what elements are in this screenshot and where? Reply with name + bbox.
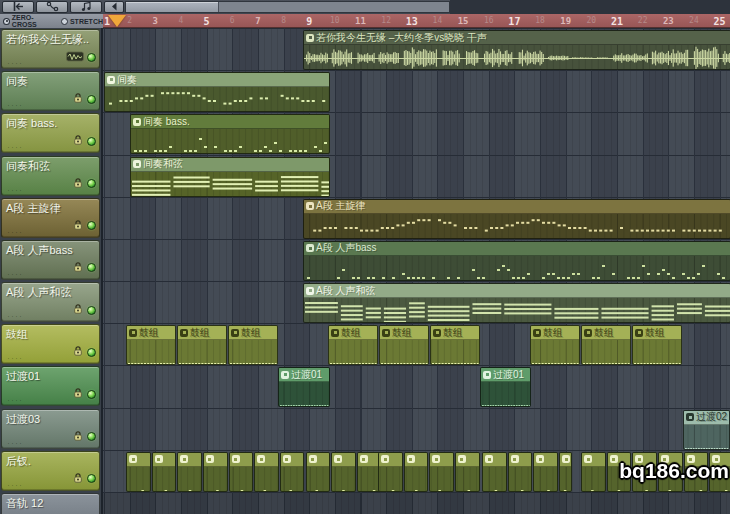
track-header-11[interactable]: 后钗.···· [1,451,100,491]
pattern-clip[interactable]: 鼓组 [430,325,480,365]
track-header-1[interactable]: 若你我今生无缘..···· [1,29,100,69]
track-header-7[interactable]: A段 人声和弦···· [1,282,100,322]
pattern-clip[interactable] [126,452,151,492]
pattern-clip[interactable]: A段 主旋律 [303,199,730,239]
pattern-clip[interactable]: 过渡02 [683,410,730,450]
pattern-clip[interactable] [280,452,305,492]
pattern-clip[interactable] [404,452,429,492]
pattern-clip[interactable]: 鼓组 [328,325,378,365]
track-led[interactable] [87,221,96,230]
lock-icon[interactable] [72,428,84,446]
track-header-9[interactable]: 过渡01···· [1,366,100,406]
clip-label: 若你我今生无缘 –大约冬季vs晓晓 干声 [316,32,487,44]
pattern-clip[interactable] [203,452,228,492]
pattern-clip[interactable]: 间奏 bass. [130,114,330,154]
lock-icon[interactable] [72,90,84,108]
playlist-grid[interactable]: 若你我今生无缘 –大约冬季vs晓晓 干声间奏间奏 bass.间奏和弦A段 主旋律… [103,28,730,514]
track-header-8[interactable]: 鼓组···· [1,324,100,364]
track-led[interactable] [87,263,96,272]
pattern-clip[interactable]: 间奏和弦 [130,157,330,197]
pattern-clip[interactable]: 鼓组 [177,325,227,365]
clip-label: 鼓组 [594,327,614,339]
pattern-clip[interactable]: 鼓组 [379,325,429,365]
pattern-clip[interactable]: 鼓组 [632,325,682,365]
lock-icon[interactable] [72,343,84,361]
lock-icon[interactable] [72,132,84,150]
pattern-clip[interactable]: A段 人声和弦 [303,283,730,323]
lock-icon[interactable] [72,385,84,403]
lock-icon[interactable] [72,470,84,488]
playhead-marker[interactable] [108,15,126,27]
pattern-clip[interactable] [254,452,279,492]
pattern-clip[interactable] [508,452,533,492]
pattern-clip[interactable]: 间奏 [104,72,330,112]
notes-button[interactable] [70,1,102,13]
track-badges [72,301,96,319]
clip-preview [560,467,571,492]
pattern-clip[interactable] [533,452,558,492]
track-led[interactable] [87,348,96,357]
pattern-clip[interactable] [229,452,254,492]
scrollbar-thumb[interactable] [126,2,219,12]
audio-clip[interactable]: 若你我今生无缘 –大约冬季vs晓晓 干声 [303,30,730,70]
lock-icon[interactable] [72,259,84,277]
snap-option-zero-cross[interactable]: ZERO-CROSS [3,14,57,28]
track-header-10[interactable]: 过渡03···· [1,409,100,449]
pattern-clip[interactable] [559,452,572,492]
track-led[interactable] [87,95,96,104]
ruler-bar-number: 18 [535,16,545,25]
ruler-bar-number: 24 [689,16,699,25]
track-header-4[interactable]: 间奏和弦···· [1,156,100,196]
track-led[interactable] [87,306,96,315]
timeline-ruler[interactable]: 1234567891011121314151617181920212223242… [103,14,730,28]
track-led[interactable] [87,390,96,399]
pattern-clip[interactable]: 过渡01 [278,367,330,407]
clip-preview [105,87,329,112]
radio-icon[interactable] [61,18,68,25]
clip-preview [582,467,605,492]
pattern-clip[interactable]: 鼓组 [581,325,631,365]
track-header-3[interactable]: 间奏 bass.···· [1,113,100,153]
lock-icon[interactable] [72,217,84,235]
pattern-clip[interactable]: 鼓组 [126,325,176,365]
track-led[interactable] [87,53,96,62]
track-led[interactable] [87,432,96,441]
pattern-clip[interactable]: 鼓组 [228,325,278,365]
goto-start-button[interactable] [2,1,34,13]
slide-button[interactable] [36,1,68,13]
track-header-5[interactable]: A段 主旋律···· [1,198,100,238]
track-led[interactable] [87,179,96,188]
clip-label: 鼓组 [543,327,563,339]
playlist-toolbar [0,0,730,14]
radio-icon[interactable] [3,18,10,25]
horizontal-scrollbar[interactable] [125,1,450,13]
pattern-clip-icon [584,329,592,337]
pattern-clip[interactable] [331,452,356,492]
clip-preview [456,467,479,492]
clip-preview [332,467,355,492]
track-header-12[interactable]: 音轨 12···· [1,493,100,514]
ruler-bar-number: 6 [230,16,235,25]
pattern-clip[interactable] [306,452,331,492]
lock-icon[interactable] [72,175,84,193]
pattern-clip[interactable] [378,452,403,492]
track-led[interactable] [87,474,96,483]
snap-option-stretch[interactable]: STRETCH [61,18,103,25]
pattern-clip[interactable]: A段 人声bass [303,241,730,281]
pattern-clip[interactable] [429,452,454,492]
pattern-clip[interactable]: 过渡01 [480,367,531,407]
pattern-clip[interactable]: 鼓组 [530,325,580,365]
clip-preview [304,214,730,239]
lock-icon[interactable] [72,301,84,319]
pattern-clip[interactable] [152,452,177,492]
track-header-2[interactable]: 间奏···· [1,71,100,111]
pattern-clip[interactable] [482,452,507,492]
pattern-clip-icon [584,455,592,463]
pattern-clip[interactable] [455,452,480,492]
track-led[interactable] [87,137,96,146]
track-header-6[interactable]: A段 人声bass···· [1,240,100,280]
prev-button[interactable] [104,1,124,13]
pattern-clip[interactable] [581,452,606,492]
pattern-clip[interactable] [177,452,202,492]
waveform-icon[interactable] [66,48,84,66]
